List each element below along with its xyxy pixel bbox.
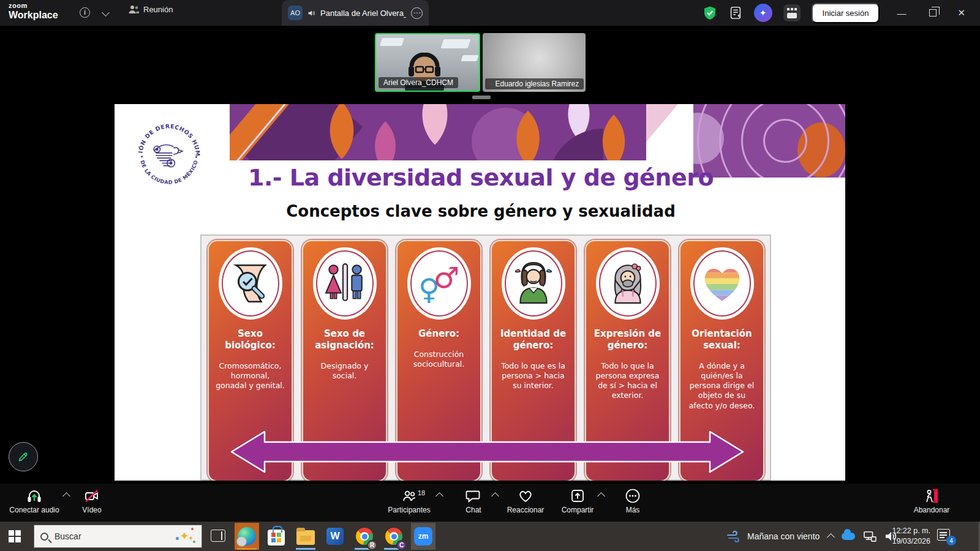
taskbar-app-zoom[interactable]: zm (411, 523, 435, 550)
card-heading: Sexo biológico: (209, 328, 292, 351)
edge-icon (238, 527, 256, 545)
participant-name: Eduardo iglesias Ramirez (496, 80, 579, 88)
spectrum-arrow (230, 430, 745, 474)
share-button[interactable]: Compartir (554, 488, 601, 514)
start-button[interactable] (9, 530, 21, 542)
taskbar-app-word[interactable]: W (323, 523, 347, 550)
taskbar-clock[interactable]: 12:22 p. m. 19/03/2026 (884, 526, 930, 547)
tab-screen-share[interactable]: AO Pantalla de Ariel Olvera_CDH ⋯ (282, 0, 429, 26)
taskbar-app-chrome-r[interactable]: R (352, 523, 377, 550)
more-label: Más (626, 506, 640, 514)
video-tile-eduardo[interactable]: Eduardo iglesias Ramirez (483, 33, 586, 92)
taskbar-app-store[interactable] (264, 523, 288, 550)
card-body: Designado y social. (303, 361, 386, 381)
taskbar-weather[interactable]: Mañana con viento (726, 522, 820, 551)
ceiling-light (380, 38, 404, 46)
security-shield-icon[interactable] (703, 6, 717, 20)
card-body: A dónde y a quién/es la persona dirige e… (680, 361, 763, 411)
tab-meeting-label: Reunión (143, 5, 173, 14)
share-screen-icon (569, 488, 586, 504)
magnifier-body-icon (228, 261, 273, 305)
chat-icon (465, 488, 482, 504)
taskbar-app-chrome-c[interactable]: C (382, 523, 406, 550)
tab-options-icon[interactable]: ⋯ (411, 7, 423, 19)
network-icon[interactable] (863, 530, 876, 542)
weather-label: Mañana con viento (747, 531, 820, 541)
titlebar: zoom Workplace i Reunión AO Pantalla de … (0, 0, 980, 26)
shared-screen-slide: COMISIÓN DE DERECHOS HUMANOS • DE LA CIU… (115, 104, 845, 481)
video-tile-ariel[interactable]: Ariel Olvera_CDHCM (375, 33, 480, 92)
card-heading: Identidad de género: (492, 328, 575, 351)
leave-door-icon (923, 488, 940, 504)
clock-time: 12:22 p. m. (884, 526, 930, 536)
restore-button[interactable] (929, 9, 937, 17)
minimize-button[interactable]: — (891, 8, 912, 18)
react-label: Reaccionar (507, 506, 545, 514)
chat-button[interactable]: Chat (456, 488, 491, 514)
tray-expand-chevron[interactable] (827, 533, 835, 541)
participants-button[interactable]: Participantes (380, 488, 439, 514)
gender-symbols-icon: ♀ ♂ (417, 261, 461, 305)
connect-audio-label: Conectar audio (9, 506, 59, 514)
card-body: Construcción sociocultural. (398, 350, 480, 370)
apps-grid-icon[interactable] (783, 4, 801, 21)
video-label: Vídeo (82, 506, 101, 514)
person-identity-icon (511, 261, 556, 305)
thumbnail-drag-handle[interactable] (472, 96, 491, 99)
taskbar-app-explorer[interactable] (293, 523, 318, 550)
audio-options-chevron[interactable] (62, 492, 70, 500)
captions-notes-icon[interactable] (728, 6, 743, 20)
svg-text:♂: ♂ (433, 261, 459, 294)
card-body: Todo lo que es la persona > hacia su int… (492, 361, 575, 391)
chevron-down-icon[interactable] (102, 9, 110, 17)
tab-meeting[interactable]: Reunión (129, 5, 173, 14)
headphones-icon (26, 488, 43, 504)
meeting-controls: Conectar audio Vídeo Participantes 18 (0, 484, 980, 522)
action-center-button[interactable]: 4 (937, 529, 952, 542)
onedrive-icon[interactable] (842, 533, 855, 540)
video-button[interactable]: Vídeo (74, 488, 110, 514)
cdhcm-logo: COMISIÓN DE DERECHOS HUMANOS • DE LA CIU… (134, 120, 204, 190)
task-view-icon[interactable] (211, 530, 225, 542)
leave-button[interactable]: Abandonar (905, 488, 958, 514)
connect-audio-button[interactable]: Conectar audio (7, 488, 61, 514)
leave-label: Abandonar (914, 506, 950, 514)
participant-name-tag: Ariel Olvera_CDHCM (379, 77, 458, 88)
card-heading: Expresión de género: (586, 328, 669, 351)
ai-companion-icon[interactable]: ✦ (754, 4, 772, 22)
participant-name: Ariel Olvera_CDHCM (383, 78, 453, 87)
share-label: Compartir (562, 506, 594, 514)
search-placeholder: Buscar (55, 531, 168, 541)
more-button[interactable]: Más (617, 488, 648, 514)
sign-in-button[interactable]: Iniciar sesión (812, 3, 880, 23)
participants-icon (401, 488, 418, 504)
card-oval (596, 247, 660, 320)
taskbar-search[interactable]: Buscar ✦ ✦ (34, 525, 202, 548)
person-expression-icon (606, 261, 650, 305)
notification-count-badge: 4 (946, 536, 956, 545)
svg-text:♀: ♀ (418, 272, 440, 305)
slide-banner-gap (646, 104, 693, 160)
logo-line2: Workplace (9, 10, 58, 20)
slide-banner-pattern (230, 104, 646, 160)
taskbar-app-edge[interactable] (235, 523, 259, 550)
annotate-button[interactable] (9, 442, 38, 471)
chat-options-chevron[interactable] (491, 492, 499, 500)
chrome-profile-badge: C (396, 540, 407, 550)
info-icon[interactable]: i (80, 7, 90, 18)
card-heading: Sexo de asignación: (303, 328, 386, 351)
card-oval: ♀ ♂ (407, 247, 471, 320)
copilot-sparkle-icon[interactable]: ✦ ✦ (175, 529, 195, 544)
restroom-figures-icon (323, 261, 367, 305)
meeting-stage: Ariel Olvera_CDHCM Eduardo iglesias Rami… (0, 26, 980, 484)
pencil-icon (17, 450, 30, 463)
close-button[interactable]: ✕ (954, 7, 971, 18)
chat-label: Chat (466, 506, 481, 514)
card-oval (502, 247, 565, 320)
zoom-workplace-logo: zoom Workplace (9, 2, 58, 20)
card-heading: Género: (398, 328, 480, 340)
microsoft-store-icon (268, 530, 285, 545)
windows-taskbar: Buscar ✦ ✦ W R (0, 522, 980, 551)
wind-icon (726, 530, 741, 542)
react-button[interactable]: Reaccionar (499, 488, 552, 514)
